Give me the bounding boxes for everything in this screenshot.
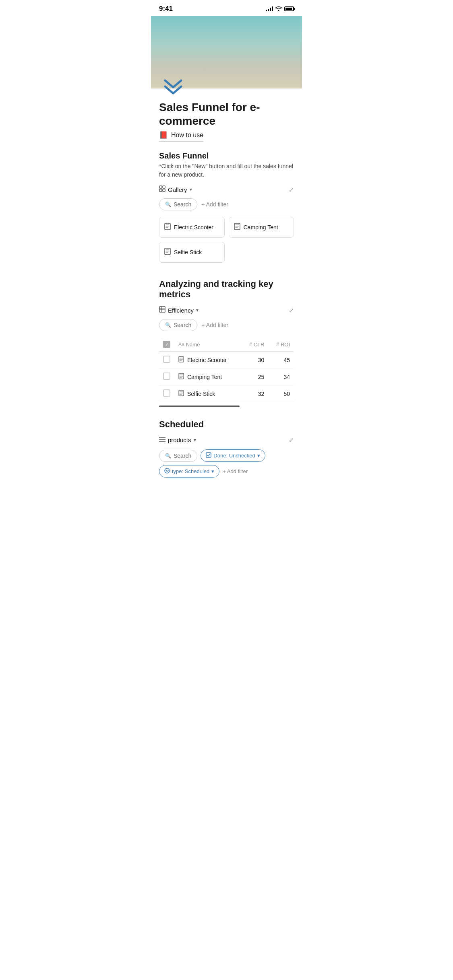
row-checkbox-cell: [159, 385, 174, 402]
scheduled-filter-chips: 🔍 Search Done: Unchecked ▾ type: Schedul…: [159, 449, 294, 478]
gallery-expand-icon[interactable]: ⤢: [289, 186, 294, 194]
page-title: Sales Funnel for e-commerce: [159, 101, 294, 128]
scheduled-section: Scheduled products ▾ ⤢ 🔍 Search: [151, 419, 302, 478]
table-row: Camping Tent 25 34: [159, 369, 294, 385]
row-ctr-cell: 25: [241, 369, 269, 385]
gallery-search-label: Search: [174, 201, 191, 208]
doc-icon: [164, 223, 171, 232]
how-to-use-label: How to use: [171, 132, 203, 139]
row-checkbox[interactable]: [163, 356, 170, 363]
scroll-down-icon[interactable]: [163, 78, 183, 95]
book-emoji: 📕: [159, 131, 168, 140]
row-name-cell: Camping Tent: [174, 369, 241, 385]
hash-icon-roi: #: [276, 342, 279, 347]
row-checkbox-cell: [159, 369, 174, 385]
sales-funnel-title: Sales Funnel: [159, 151, 294, 161]
gallery-card-camping-tent[interactable]: Camping Tent: [229, 217, 294, 238]
type-filter-chip[interactable]: type: Scheduled ▾: [159, 465, 219, 478]
gallery-card-text: Electric Scooter: [174, 224, 213, 231]
svg-rect-3: [163, 189, 165, 191]
efficiency-chevron-icon: ▾: [196, 307, 199, 313]
row-doc-icon: [178, 390, 184, 397]
row-roi-cell: 45: [268, 352, 294, 369]
list-icon: [159, 436, 165, 443]
col-roi-label: ROI: [281, 342, 290, 348]
row-roi-cell: 34: [268, 369, 294, 385]
how-to-use-link[interactable]: 📕 How to use: [159, 131, 203, 142]
efficiency-add-filter-button[interactable]: + Add filter: [201, 322, 228, 328]
efficiency-table-wrapper: ✓ Aa Name # CTR: [159, 338, 294, 402]
type-filter-label: type: Scheduled: [172, 468, 209, 474]
sales-funnel-desc: *Click on the "New" button and fill out …: [159, 162, 294, 179]
done-filter-label: Done: Unchecked: [213, 453, 255, 459]
table-header-roi: # ROI: [268, 338, 294, 352]
svg-rect-2: [159, 189, 162, 191]
status-time: 9:41: [159, 5, 173, 13]
efficiency-toggle[interactable]: Efficiency ▾: [159, 306, 199, 314]
done-filter-chevron: ▾: [257, 453, 260, 459]
gallery-view-bar: Gallery ▾ ⤢: [159, 185, 294, 194]
svg-rect-6: [165, 248, 170, 255]
analyzing-section: Analyzing and tracking key metrics Effic…: [159, 279, 294, 407]
gallery-toggle[interactable]: Gallery ▾: [159, 185, 192, 194]
row-ctr-cell: 32: [241, 385, 269, 402]
header-checkbox[interactable]: ✓: [163, 341, 170, 348]
gallery-card-text: Camping Tent: [244, 224, 278, 231]
gallery-icon: [159, 185, 165, 194]
efficiency-filter-bar: 🔍 Search + Add filter: [159, 319, 294, 331]
svg-rect-1: [163, 186, 165, 188]
search-icon: 🔍: [165, 453, 171, 459]
efficiency-add-filter-label: + Add filter: [201, 322, 228, 328]
circle-chevron-icon: [164, 468, 170, 475]
products-toggle[interactable]: products ▾: [159, 436, 196, 443]
row-ctr-cell: 30: [241, 352, 269, 369]
scheduled-search-button[interactable]: 🔍 Search: [159, 450, 197, 462]
hash-icon-ctr: #: [249, 342, 252, 347]
row-name: Selfie Stick: [187, 391, 215, 397]
row-name: Electric Scooter: [187, 357, 227, 363]
table-row: Electric Scooter 30 45: [159, 352, 294, 369]
gallery-label: Gallery: [168, 186, 187, 193]
table-row: Selfie Stick 32 50: [159, 385, 294, 402]
gallery-card-selfie-stick[interactable]: Selfie Stick: [159, 242, 225, 263]
efficiency-label: Efficiency: [168, 307, 194, 314]
gallery-add-filter-label: + Add filter: [201, 201, 228, 208]
svg-rect-4: [165, 223, 170, 230]
gallery-search-button[interactable]: 🔍 Search: [159, 198, 197, 210]
scheduled-add-filter-label: + Add filter: [223, 468, 248, 474]
products-view-bar: products ▾ ⤢: [159, 436, 294, 444]
row-checkbox-cell: [159, 352, 174, 369]
efficiency-expand-icon[interactable]: ⤢: [289, 307, 294, 314]
table-header-name: Aa Name: [174, 338, 241, 352]
hero-image: [151, 16, 302, 89]
gallery-card-text: Selfie Stick: [174, 249, 202, 255]
svg-rect-7: [159, 307, 165, 312]
row-name: Camping Tent: [187, 374, 222, 380]
table-header-checkbox: ✓: [159, 338, 174, 352]
efficiency-view-bar: Efficiency ▾ ⤢: [159, 306, 294, 314]
gallery-grid: Electric Scooter Camping Tent Selfie Sti…: [159, 217, 294, 263]
status-bar: 9:41: [151, 0, 302, 16]
scheduled-add-filter-button[interactable]: + Add filter: [223, 468, 248, 474]
text-type-icon: Aa: [178, 342, 184, 347]
row-checkbox[interactable]: [163, 373, 170, 380]
wifi-icon: [275, 6, 282, 12]
scheduled-title: Scheduled: [159, 419, 294, 430]
row-doc-icon: [178, 373, 184, 381]
col-name-label: Name: [186, 342, 200, 348]
products-chevron-icon: ▾: [194, 437, 196, 443]
signal-icon: [266, 6, 273, 11]
table-header-row: ✓ Aa Name # CTR: [159, 338, 294, 352]
efficiency-search-button[interactable]: 🔍 Search: [159, 319, 197, 331]
scheduled-search-label: Search: [174, 453, 191, 459]
table-header-ctr: # CTR: [241, 338, 269, 352]
row-checkbox[interactable]: [163, 389, 170, 397]
svg-point-18: [165, 468, 170, 473]
efficiency-search-label: Search: [174, 322, 191, 328]
gallery-chevron-icon: ▾: [190, 187, 192, 192]
products-expand-icon[interactable]: ⤢: [289, 436, 294, 444]
gallery-card-electric-scooter[interactable]: Electric Scooter: [159, 217, 225, 238]
done-filter-chip[interactable]: Done: Unchecked ▾: [201, 449, 265, 462]
gallery-add-filter-button[interactable]: + Add filter: [201, 201, 228, 208]
checkbox-checked-icon: [206, 452, 211, 459]
